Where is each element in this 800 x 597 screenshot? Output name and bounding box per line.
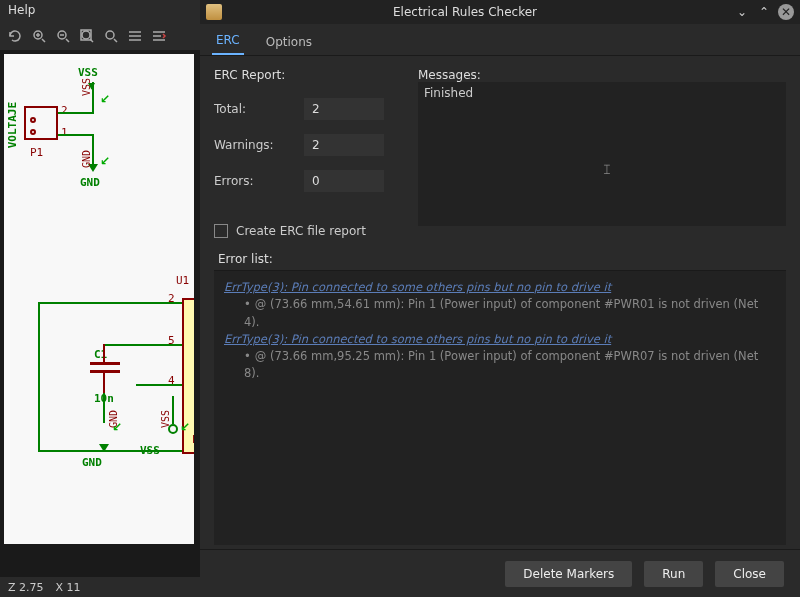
- leave-sheet-icon[interactable]: [148, 25, 170, 47]
- minimize-icon[interactable]: ⌄: [734, 4, 750, 20]
- stat-warnings-label: Warnings:: [214, 138, 304, 152]
- error-link[interactable]: ErrType(3): Pin connected to some others…: [224, 332, 611, 346]
- power-flag-vss: ▾: [88, 77, 95, 93]
- messages-header: Messages:: [418, 68, 786, 82]
- maximize-icon[interactable]: ⌃: [756, 4, 772, 20]
- text-cursor-icon: 𝙸: [602, 161, 612, 178]
- zoom-selection-icon[interactable]: [100, 25, 122, 47]
- wire: [92, 96, 94, 114]
- status-x: X 11: [56, 581, 81, 594]
- label-gnd-vert: GND: [81, 150, 92, 168]
- label-gnd: GND: [80, 176, 100, 189]
- label-vss-bottom: VSS: [140, 444, 160, 457]
- stat-total-value: 2: [304, 98, 384, 120]
- messages-box[interactable]: Finished 𝙸: [418, 82, 786, 226]
- cap-plate: [90, 362, 120, 365]
- pin-circle: [30, 129, 36, 135]
- label-gnd-bottom: GND: [82, 456, 102, 469]
- error-detail: •@ (73.66 mm,54.61 mm): Pin 1 (Power inp…: [224, 296, 776, 331]
- zoom-out-icon[interactable]: [52, 25, 74, 47]
- ref-u1: U1: [176, 274, 189, 287]
- close-icon[interactable]: ✕: [778, 4, 794, 20]
- stat-total-label: Total:: [214, 102, 304, 116]
- gnd-arrow: [99, 444, 109, 452]
- wire: [152, 302, 182, 304]
- run-button[interactable]: Run: [644, 561, 703, 587]
- zoom-in-icon[interactable]: [28, 25, 50, 47]
- ref-c1: C1: [94, 348, 107, 361]
- tab-bar: ERC Options: [200, 24, 800, 56]
- erc-marker[interactable]: ↙: [100, 92, 110, 106]
- dialog-titlebar[interactable]: Electrical Rules Checker ⌄ ⌃ ✕: [200, 0, 800, 24]
- error-list-header: Error list:: [214, 252, 786, 266]
- dialog-footer: Delete Markers Run Close: [200, 549, 800, 597]
- status-bar: Z 2.75 X 11: [0, 577, 200, 597]
- error-list[interactable]: ErrType(3): Pin connected to some others…: [214, 270, 786, 545]
- pin-circle: [30, 117, 36, 123]
- menu-help[interactable]: Help: [8, 3, 35, 17]
- stat-warnings-value: 2: [304, 134, 384, 156]
- messages-text: Finished: [424, 86, 473, 100]
- status-zoom: Z 2.75: [8, 581, 44, 594]
- wire: [92, 134, 94, 164]
- delete-markers-button[interactable]: Delete Markers: [505, 561, 632, 587]
- schematic-editor-panel: Help VSS VSS ▾ ↙ VOLTAJE 2 1 P1 ↙ GND G: [0, 0, 200, 597]
- wire: [104, 344, 182, 346]
- tab-erc[interactable]: ERC: [212, 27, 244, 55]
- wire: [103, 393, 105, 423]
- dialog-title: Electrical Rules Checker: [200, 5, 730, 19]
- svg-point-4: [106, 31, 114, 39]
- error-detail: •@ (73.66 mm,95.25 mm): Pin 1 (Power inp…: [224, 348, 776, 383]
- error-link[interactable]: ErrType(3): Pin connected to some others…: [224, 280, 611, 294]
- label-vss-vert2: VSS: [160, 410, 171, 428]
- pin-1: 1: [61, 126, 68, 139]
- cap-plate: [90, 370, 120, 373]
- tab-options[interactable]: Options: [262, 29, 316, 55]
- menubar: Help: [0, 0, 200, 22]
- wire: [58, 112, 94, 114]
- create-report-checkbox[interactable]: [214, 224, 228, 238]
- close-button[interactable]: Close: [715, 561, 784, 587]
- schematic-canvas[interactable]: VSS VSS ▾ ↙ VOLTAJE 2 1 P1 ↙ GND GND U1 …: [4, 54, 194, 544]
- wire: [58, 134, 94, 136]
- cap-lead: [103, 344, 105, 362]
- erc-dialog: Electrical Rules Checker ⌄ ⌃ ✕ ERC Optio…: [200, 0, 800, 597]
- stat-errors-value: 0: [304, 170, 384, 192]
- erc-report-header: ERC Report:: [214, 68, 404, 82]
- cap-lead: [103, 373, 105, 393]
- refresh-icon[interactable]: [4, 25, 26, 47]
- zoom-fit-icon[interactable]: [76, 25, 98, 47]
- stat-errors-label: Errors:: [214, 174, 304, 188]
- wire: [136, 384, 182, 386]
- toolbar: [0, 22, 200, 50]
- ref-p1: P1: [30, 146, 43, 159]
- erc-marker[interactable]: ↙: [100, 154, 110, 168]
- wire: [172, 396, 174, 424]
- dialog-body: ERC Report: Total: 2 Warnings: 2 Errors:…: [200, 56, 800, 549]
- pin-2: 2: [61, 104, 68, 117]
- erc-marker[interactable]: ↙: [112, 420, 122, 434]
- label-voltaje: VOLTAJE: [6, 102, 19, 148]
- label-lm: LM: [192, 434, 194, 445]
- component-p1: [24, 106, 58, 140]
- erc-marker[interactable]: ↙: [180, 420, 190, 434]
- svg-point-2: [82, 31, 90, 39]
- hierarchy-icon[interactable]: [124, 25, 146, 47]
- create-report-label: Create ERC file report: [236, 224, 366, 238]
